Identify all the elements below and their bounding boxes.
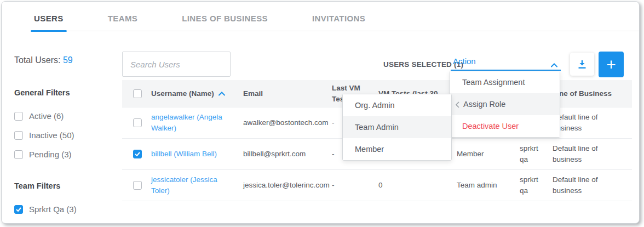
download-icon bbox=[578, 60, 586, 69]
email-cell: billbell@sprkrt.com bbox=[242, 139, 332, 169]
filter-inactive-label: Inactive (50) bbox=[29, 130, 74, 140]
team-filters-title: Team Filters bbox=[14, 181, 60, 190]
tab-teams[interactable]: TEAMS bbox=[108, 9, 138, 31]
row-checkbox[interactable] bbox=[133, 118, 142, 127]
header-username-label: Username (Name) bbox=[151, 88, 214, 99]
download-users-button[interactable] bbox=[570, 53, 594, 76]
user-management-app: USERS TEAMS LINES OF BUSINESS INVITATION… bbox=[0, 0, 644, 227]
header-username[interactable]: Username (Name) bbox=[144, 80, 242, 107]
row-select-cell[interactable] bbox=[122, 139, 144, 169]
sort-ascending-icon[interactable] bbox=[219, 92, 225, 96]
submenu-item-org-admin[interactable]: Org. Admin bbox=[343, 94, 451, 116]
total-users-label: Total Users: bbox=[14, 55, 60, 65]
check-icon bbox=[16, 207, 21, 212]
username-link[interactable]: billbell (William Bell) bbox=[151, 149, 217, 160]
tab-invitations[interactable]: INVITATIONS bbox=[312, 9, 365, 31]
menu-item-deactivate-user[interactable]: Deactivate User bbox=[450, 115, 560, 137]
page-panel: USERS TEAMS LINES OF BUSINESS INVITATION… bbox=[1, 1, 640, 224]
menu-item-assign-role[interactable]: Assign Role bbox=[450, 93, 560, 115]
row-checkbox[interactable] bbox=[133, 181, 142, 190]
tab-lines-of-business[interactable]: LINES OF BUSINESS bbox=[182, 9, 268, 31]
vm-tests-cell: 0 bbox=[377, 170, 454, 201]
total-users-value: 59 bbox=[63, 55, 73, 65]
total-users: Total Users: 59 bbox=[14, 55, 73, 65]
search-input[interactable] bbox=[122, 52, 231, 77]
role-cell: Team admin bbox=[454, 170, 517, 201]
table-row: jessicatoler (Jessica Toler) jessica.tol… bbox=[122, 170, 632, 201]
line-of-business-cell: Default line of business bbox=[550, 139, 632, 169]
filter-pending-label: Pending (3) bbox=[29, 150, 72, 159]
filter-active[interactable]: Active (6) bbox=[14, 111, 64, 121]
checkbox-inactive[interactable] bbox=[14, 131, 23, 140]
checkbox-sprkrt-qa[interactable] bbox=[14, 205, 23, 214]
filter-sprkrt-qa[interactable]: Sprkrt Qa (3) bbox=[14, 205, 77, 214]
header-line-of-business[interactable]: Line of Business bbox=[550, 80, 632, 107]
last-vm-test-cell: - bbox=[332, 170, 377, 201]
row-select-cell[interactable] bbox=[122, 170, 144, 201]
tab-bar: USERS TEAMS LINES OF BUSINESS INVITATION… bbox=[31, 9, 639, 31]
checkbox-pending[interactable] bbox=[14, 150, 23, 159]
action-menu: Team Assignment Assign Role Deactivate U… bbox=[450, 71, 560, 138]
filter-inactive[interactable]: Inactive (50) bbox=[14, 130, 74, 140]
row-checkbox[interactable] bbox=[133, 150, 142, 158]
submenu-item-team-admin[interactable]: Team Admin bbox=[343, 116, 451, 138]
email-cell: jessica.toler@tolerinc.com bbox=[242, 170, 332, 201]
username-link[interactable]: angelawalker (Angela Walker) bbox=[151, 112, 237, 133]
general-filters-title: General Filters bbox=[14, 88, 70, 97]
username-link[interactable]: jessicatoler (Jessica Toler) bbox=[151, 174, 237, 196]
chevron-up-icon bbox=[551, 60, 557, 70]
menu-item-team-assignment[interactable]: Team Assignment bbox=[450, 71, 560, 93]
assign-role-submenu: Org. Admin Team Admin Member bbox=[342, 94, 452, 161]
filter-pending[interactable]: Pending (3) bbox=[14, 150, 72, 159]
action-dropdown[interactable]: Action bbox=[451, 55, 561, 71]
chevron-left-icon bbox=[456, 101, 459, 110]
submenu-item-member[interactable]: Member bbox=[343, 138, 451, 160]
select-all-checkbox[interactable] bbox=[133, 89, 142, 98]
checkbox-active[interactable] bbox=[14, 112, 23, 121]
filter-active-label: Active (6) bbox=[29, 111, 64, 121]
action-dropdown-label: Action bbox=[453, 56, 476, 66]
filter-sprkrt-qa-label: Sprkrt Qa (3) bbox=[29, 205, 77, 214]
row-select-cell[interactable] bbox=[122, 107, 144, 138]
header-email[interactable]: Email bbox=[242, 80, 332, 107]
line-of-business-cell: Default line of business bbox=[550, 107, 632, 138]
add-user-button[interactable]: + bbox=[599, 52, 624, 77]
team-cell: sprkrt qa bbox=[517, 139, 550, 169]
email-cell: awalker@bostontech.com bbox=[242, 107, 332, 138]
tab-users[interactable]: USERS bbox=[34, 9, 64, 31]
header-select-all[interactable] bbox=[122, 80, 144, 107]
line-of-business-cell: Default line of business bbox=[550, 170, 632, 201]
role-cell: Member bbox=[454, 139, 517, 169]
menu-item-assign-role-label: Assign Role bbox=[463, 100, 505, 109]
team-cell: sprkrt qa bbox=[517, 170, 550, 201]
check-icon bbox=[135, 152, 140, 156]
